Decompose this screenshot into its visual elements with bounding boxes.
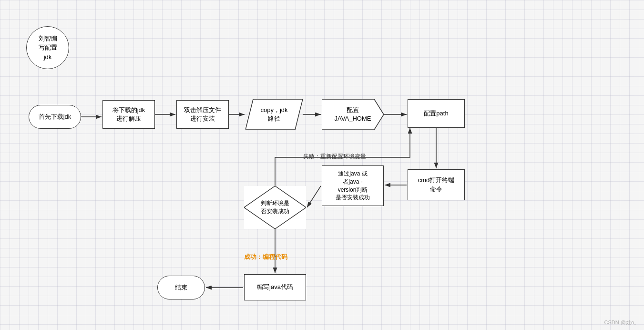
flowchart-canvas: 刘智编 写配置 jdk 首先下载jdk 将下载的jdk 进行解压 双击解压文件 …	[0, 0, 644, 330]
step3-node: copy，jdk 路径	[245, 99, 303, 130]
step4-node: 配置 JAVA_HOME	[322, 99, 384, 130]
watermark: CSDN @灶o。	[604, 319, 639, 326]
start-node: 首先下载jdk	[29, 105, 81, 129]
step5-node: 配置path	[408, 99, 465, 128]
step7-node: 通过java 或 者java - version判断 是否安装成功	[322, 165, 384, 206]
arrows-svg	[0, 0, 644, 330]
success-label: 成功：编程代码	[244, 253, 287, 261]
author-note: 刘智编 写配置 jdk	[26, 26, 69, 69]
svg-line-11	[307, 186, 321, 207]
end-node: 结束	[157, 276, 205, 299]
decision-node: 判断环境是 否安装成功	[244, 186, 306, 229]
step2-node: 双击解压文件 进行安装	[176, 100, 229, 129]
step1-node: 将下载的jdk 进行解压	[102, 100, 155, 129]
step8-node: 编写java代码	[244, 274, 306, 300]
fail-label: 失败：重新配置环境变量	[303, 153, 366, 161]
step6-node: cmd打开终端 命令	[408, 169, 465, 200]
